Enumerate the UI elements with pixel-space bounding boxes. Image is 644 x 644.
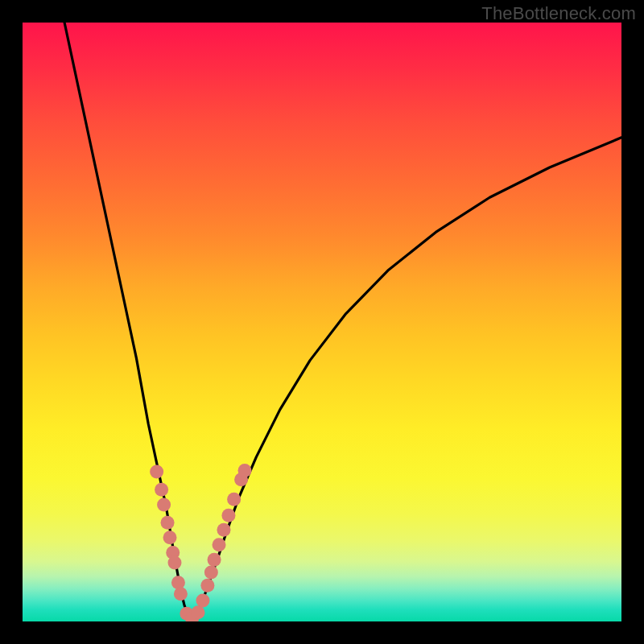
data-marker bbox=[200, 579, 214, 592]
data-marker bbox=[196, 593, 209, 607]
bottleneck-curve-path bbox=[64, 23, 621, 619]
plot-area bbox=[23, 23, 621, 621]
data-marker bbox=[155, 483, 168, 497]
data-marker bbox=[150, 465, 163, 479]
data-marker bbox=[213, 538, 226, 551]
data-marker bbox=[171, 576, 185, 589]
data-marker bbox=[221, 509, 235, 522]
data-marker bbox=[208, 553, 221, 567]
data-marker bbox=[238, 464, 252, 477]
data-marker bbox=[174, 587, 188, 601]
data-marker bbox=[157, 497, 171, 511]
data-marker bbox=[167, 556, 181, 570]
data-marker bbox=[217, 523, 230, 537]
bottleneck-chart bbox=[23, 23, 621, 621]
data-marker bbox=[204, 565, 218, 579]
data-marker bbox=[227, 493, 241, 506]
data-marker bbox=[163, 530, 177, 544]
data-marker bbox=[191, 605, 204, 619]
watermark-text: TheBottleneck.com bbox=[481, 3, 636, 24]
outer-frame: TheBottleneck.com bbox=[0, 0, 644, 644]
data-marker bbox=[161, 516, 175, 530]
